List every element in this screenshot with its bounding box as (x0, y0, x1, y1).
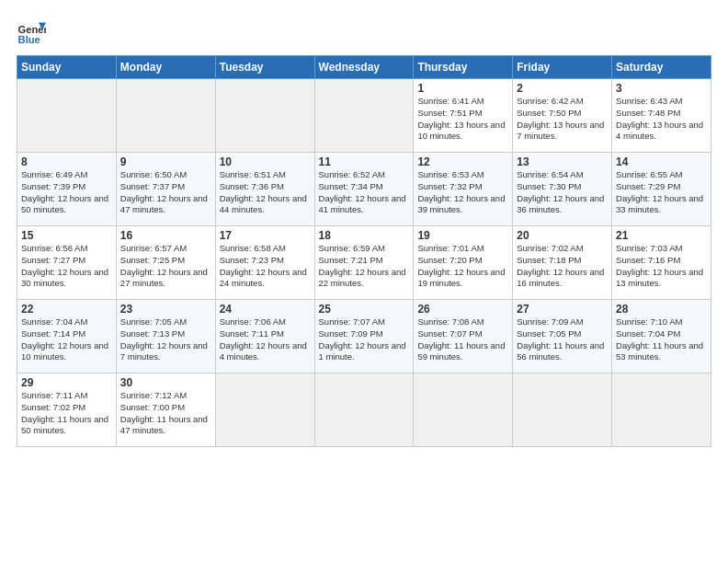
day-info: Sunrise: 6:49 AMSunset: 7:39 PMDaylight:… (21, 169, 112, 216)
svg-text:Blue: Blue (18, 34, 40, 45)
day-info: Sunrise: 6:41 AMSunset: 7:51 PMDaylight:… (417, 96, 508, 143)
weekday-header-thursday: Thursday (414, 56, 513, 79)
calendar-day-cell: 20Sunrise: 7:02 AMSunset: 7:18 PMDayligh… (513, 226, 612, 300)
calendar-day-cell: 12Sunrise: 6:53 AMSunset: 7:32 PMDayligh… (414, 153, 513, 226)
day-info: Sunrise: 7:09 AMSunset: 7:05 PMDaylight:… (517, 316, 608, 363)
day-info: Sunrise: 6:53 AMSunset: 7:32 PMDaylight:… (417, 169, 508, 216)
day-info: Sunrise: 6:42 AMSunset: 7:50 PMDaylight:… (517, 96, 608, 143)
calendar-day-cell: 25Sunrise: 7:07 AMSunset: 7:09 PMDayligh… (314, 300, 414, 373)
day-info: Sunrise: 7:05 AMSunset: 7:13 PMDaylight:… (120, 316, 211, 363)
day-number: 3 (616, 82, 707, 95)
day-info: Sunrise: 6:59 AMSunset: 7:21 PMDaylight:… (319, 243, 410, 290)
weekday-header-sunday: Sunday (17, 56, 117, 79)
calendar-day-cell (612, 373, 711, 447)
day-number: 20 (517, 229, 608, 242)
calendar-day-cell: 23Sunrise: 7:05 AMSunset: 7:13 PMDayligh… (116, 300, 215, 373)
weekday-header-tuesday: Tuesday (215, 56, 314, 79)
calendar-day-cell: 2Sunrise: 6:42 AMSunset: 7:50 PMDaylight… (513, 79, 612, 153)
calendar-day-cell: 24Sunrise: 7:06 AMSunset: 7:11 PMDayligh… (215, 300, 314, 373)
logo: General Blue (17, 17, 46, 46)
day-info: Sunrise: 7:11 AMSunset: 7:02 PMDaylight:… (21, 390, 112, 437)
day-info: Sunrise: 7:12 AMSunset: 7:00 PMDaylight:… (120, 390, 211, 437)
calendar-day-cell: 3Sunrise: 6:43 AMSunset: 7:48 PMDaylight… (612, 79, 711, 153)
day-number: 8 (21, 155, 112, 168)
calendar-week-4: 22Sunrise: 7:04 AMSunset: 7:14 PMDayligh… (17, 300, 711, 373)
calendar-day-cell (17, 79, 117, 153)
logo-icon: General Blue (17, 17, 46, 46)
day-number: 25 (319, 303, 410, 316)
day-number: 15 (21, 229, 112, 242)
calendar-day-cell: 16Sunrise: 6:57 AMSunset: 7:25 PMDayligh… (116, 226, 215, 300)
day-number: 24 (220, 303, 311, 316)
day-number: 9 (120, 155, 211, 168)
calendar-day-cell (314, 79, 414, 153)
day-info: Sunrise: 7:02 AMSunset: 7:18 PMDaylight:… (517, 243, 608, 290)
calendar-week-1: 1Sunrise: 6:41 AMSunset: 7:51 PMDaylight… (17, 79, 711, 153)
day-number: 22 (21, 303, 112, 316)
day-number: 14 (616, 155, 707, 168)
weekday-header-wednesday: Wednesday (314, 56, 414, 79)
weekday-header-saturday: Saturday (612, 56, 711, 79)
day-info: Sunrise: 7:07 AMSunset: 7:09 PMDaylight:… (319, 316, 410, 363)
day-info: Sunrise: 7:08 AMSunset: 7:07 PMDaylight:… (417, 316, 508, 363)
calendar-day-cell: 29Sunrise: 7:11 AMSunset: 7:02 PMDayligh… (17, 373, 117, 447)
day-number: 23 (120, 303, 211, 316)
day-number: 30 (120, 376, 211, 389)
calendar-day-cell: 21Sunrise: 7:03 AMSunset: 7:16 PMDayligh… (612, 226, 711, 300)
day-number: 10 (220, 155, 311, 168)
weekday-header-row: SundayMondayTuesdayWednesdayThursdayFrid… (17, 56, 711, 79)
calendar-day-cell: 10Sunrise: 6:51 AMSunset: 7:36 PMDayligh… (215, 153, 314, 226)
calendar-day-cell: 18Sunrise: 6:59 AMSunset: 7:21 PMDayligh… (314, 226, 414, 300)
day-info: Sunrise: 6:56 AMSunset: 7:27 PMDaylight:… (21, 243, 112, 290)
calendar-table: SundayMondayTuesdayWednesdayThursdayFrid… (17, 55, 711, 447)
day-info: Sunrise: 7:10 AMSunset: 7:04 PMDaylight:… (616, 316, 707, 363)
calendar-day-cell (414, 373, 513, 447)
weekday-header-friday: Friday (513, 56, 612, 79)
day-info: Sunrise: 7:03 AMSunset: 7:16 PMDaylight:… (616, 243, 707, 290)
day-info: Sunrise: 7:01 AMSunset: 7:20 PMDaylight:… (417, 243, 508, 290)
calendar-day-cell (215, 373, 314, 447)
calendar-week-5: 29Sunrise: 7:11 AMSunset: 7:02 PMDayligh… (17, 373, 711, 447)
calendar-day-cell: 19Sunrise: 7:01 AMSunset: 7:20 PMDayligh… (414, 226, 513, 300)
calendar-day-cell (215, 79, 314, 153)
day-info: Sunrise: 7:04 AMSunset: 7:14 PMDaylight:… (21, 316, 112, 363)
day-number: 26 (417, 303, 508, 316)
day-number: 29 (21, 376, 112, 389)
calendar-day-cell: 8Sunrise: 6:49 AMSunset: 7:39 PMDaylight… (17, 153, 117, 226)
day-number: 21 (616, 229, 707, 242)
day-number: 28 (616, 303, 707, 316)
calendar-day-cell: 13Sunrise: 6:54 AMSunset: 7:30 PMDayligh… (513, 153, 612, 226)
day-info: Sunrise: 6:52 AMSunset: 7:34 PMDaylight:… (319, 169, 410, 216)
day-number: 1 (417, 82, 508, 95)
day-number: 12 (417, 155, 508, 168)
calendar-day-cell: 17Sunrise: 6:58 AMSunset: 7:23 PMDayligh… (215, 226, 314, 300)
calendar-day-cell: 30Sunrise: 7:12 AMSunset: 7:00 PMDayligh… (116, 373, 215, 447)
calendar-day-cell: 28Sunrise: 7:10 AMSunset: 7:04 PMDayligh… (612, 300, 711, 373)
day-info: Sunrise: 6:58 AMSunset: 7:23 PMDaylight:… (220, 243, 311, 290)
calendar-day-cell: 22Sunrise: 7:04 AMSunset: 7:14 PMDayligh… (17, 300, 117, 373)
day-number: 27 (517, 303, 608, 316)
calendar-day-cell: 9Sunrise: 6:50 AMSunset: 7:37 PMDaylight… (116, 153, 215, 226)
day-info: Sunrise: 7:06 AMSunset: 7:11 PMDaylight:… (220, 316, 311, 363)
day-number: 11 (319, 155, 410, 168)
calendar-day-cell: 26Sunrise: 7:08 AMSunset: 7:07 PMDayligh… (414, 300, 513, 373)
calendar-day-cell: 1Sunrise: 6:41 AMSunset: 7:51 PMDaylight… (414, 79, 513, 153)
calendar-day-cell (513, 373, 612, 447)
day-info: Sunrise: 6:43 AMSunset: 7:48 PMDaylight:… (616, 96, 707, 143)
day-number: 18 (319, 229, 410, 242)
header: General Blue (17, 17, 711, 46)
calendar-week-3: 15Sunrise: 6:56 AMSunset: 7:27 PMDayligh… (17, 226, 711, 300)
calendar-day-cell: 27Sunrise: 7:09 AMSunset: 7:05 PMDayligh… (513, 300, 612, 373)
weekday-header-monday: Monday (116, 56, 215, 79)
day-info: Sunrise: 6:55 AMSunset: 7:29 PMDaylight:… (616, 169, 707, 216)
day-number: 2 (517, 82, 608, 95)
calendar-day-cell (314, 373, 414, 447)
calendar-day-cell: 11Sunrise: 6:52 AMSunset: 7:34 PMDayligh… (314, 153, 414, 226)
calendar-day-cell (116, 79, 215, 153)
page: General Blue SundayMondayTuesdayWednesda… (0, 0, 728, 563)
day-info: Sunrise: 6:54 AMSunset: 7:30 PMDaylight:… (517, 169, 608, 216)
calendar-day-cell: 14Sunrise: 6:55 AMSunset: 7:29 PMDayligh… (612, 153, 711, 226)
day-info: Sunrise: 6:57 AMSunset: 7:25 PMDaylight:… (120, 243, 211, 290)
day-info: Sunrise: 6:50 AMSunset: 7:37 PMDaylight:… (120, 169, 211, 216)
day-number: 13 (517, 155, 608, 168)
